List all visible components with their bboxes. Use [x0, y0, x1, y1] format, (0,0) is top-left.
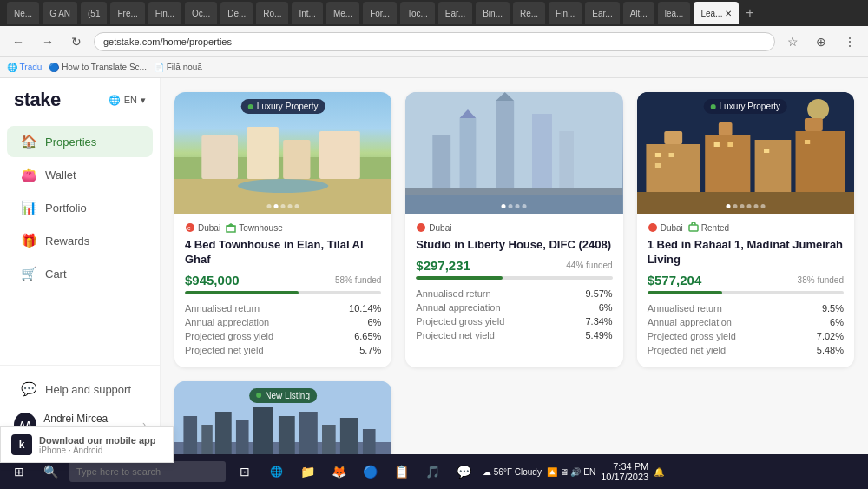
dubai-icon-2: [416, 222, 426, 233]
badge-dot: [248, 104, 253, 109]
metric-row: Projected net yield 5.48%: [648, 345, 844, 355]
svg-point-23: [807, 99, 829, 120]
property-info-1: c Dubai Townhouse 4 Bed Townhouse in Ela…: [174, 214, 391, 367]
sidebar-item-properties[interactable]: 🏠 Properties: [7, 126, 153, 157]
tab-fre[interactable]: Fre...: [110, 2, 144, 24]
property-tags-3: Dubai Rented: [648, 222, 844, 233]
dot: [746, 204, 751, 208]
progress-fill-3: [648, 291, 722, 294]
tab-bin[interactable]: Bin...: [476, 2, 510, 24]
progress-fill-2: [416, 276, 503, 280]
svg-rect-12: [496, 101, 515, 188]
tab-alt[interactable]: Alt...: [623, 2, 654, 24]
taskview-button[interactable]: ⊡: [233, 459, 257, 484]
app-download-notification[interactable]: k Download our mobile app iPhone · Andro…: [0, 426, 174, 463]
metric-row: Projected gross yield 6.65%: [185, 331, 381, 341]
taskbar-app-1[interactable]: 🦊: [326, 459, 351, 484]
svg-rect-2: [201, 135, 238, 179]
svg-rect-27: [719, 122, 733, 135]
dot-active: [274, 204, 279, 208]
tab-lea[interactable]: lea...: [658, 2, 691, 24]
reload-button[interactable]: ↻: [66, 31, 87, 52]
svg-rect-34: [655, 163, 661, 168]
nav-bar: ← → ↻ ☆ ⊕ ⋮: [0, 26, 868, 57]
app-container: stake 🌐 EN ▾ 🏠 Properties 👛 Wallet 📊 Por…: [0, 78, 868, 454]
sidebar-item-portfolio[interactable]: 📊 Portfolio: [7, 192, 153, 223]
tab-de[interactable]: De...: [220, 2, 253, 24]
bookmark-button[interactable]: ☆: [782, 31, 804, 52]
forward-button[interactable]: →: [36, 31, 59, 52]
tab-ear[interactable]: Ear...: [438, 2, 472, 24]
taskbar-app-3[interactable]: 📋: [389, 459, 413, 484]
dot: [753, 204, 758, 208]
property-card-1[interactable]: Luxury Property c Dubai: [174, 92, 391, 367]
tab-me[interactable]: Me...: [326, 2, 359, 24]
sidebar-item-rewards[interactable]: 🎁 Rewards: [7, 225, 153, 256]
tab-int[interactable]: Int...: [292, 2, 322, 24]
url-input[interactable]: [94, 32, 775, 51]
property-title-3: 1 Bed in Rahaal 1, Madinat Jumeirah Livi…: [648, 238, 844, 268]
dot: [523, 204, 527, 208]
tab-oc[interactable]: Oc...: [185, 2, 217, 24]
rewards-icon: 🎁: [21, 233, 36, 248]
progress-bar-2: [416, 276, 612, 280]
svg-rect-9: [227, 226, 235, 232]
tab-toc[interactable]: Toc...: [400, 2, 435, 24]
metric-row: Projected net yield 5.7%: [185, 345, 381, 355]
property-image-1: Luxury Property: [174, 92, 391, 214]
sidebar-item-rewards-label: Rewards: [45, 235, 89, 248]
tab-ear2[interactable]: Ear...: [585, 2, 619, 24]
dot: [295, 204, 299, 208]
svg-rect-25: [664, 131, 682, 144]
tab-active[interactable]: Lea... ✕: [694, 2, 739, 24]
svg-rect-16: [532, 114, 552, 188]
taskbar-app-2[interactable]: 🔵: [358, 459, 382, 484]
price-row-3: $577,204 38% funded: [648, 273, 844, 287]
svg-rect-37: [764, 149, 769, 153]
tab-fin2[interactable]: Fin...: [549, 2, 582, 24]
menu-button[interactable]: ⋮: [838, 31, 861, 52]
bookmark-fila[interactable]: 📄 Filă nouă: [154, 63, 202, 72]
start-button[interactable]: ⊞: [7, 459, 31, 484]
sidebar-item-cart[interactable]: 🛒 Cart: [7, 258, 153, 289]
svg-rect-14: [460, 118, 477, 188]
notification-bell[interactable]: 🔔: [654, 467, 664, 477]
new-tab-button[interactable]: +: [746, 5, 753, 21]
townhouse-icon: [226, 222, 236, 233]
image-dots-1: [267, 204, 299, 208]
funded-label-3: 38% funded: [798, 275, 844, 285]
property-title-1: 4 Bed Townhouse in Elan, Tilal Al Ghaf: [185, 238, 381, 268]
tab-ro[interactable]: Ro...: [256, 2, 288, 24]
bookmark-tradu[interactable]: 🌐 Tradu: [7, 63, 42, 72]
taskbar-app-5[interactable]: 💬: [451, 459, 476, 484]
extensions-button[interactable]: ⊕: [811, 31, 832, 52]
property-price-2: $297,231: [416, 258, 470, 273]
browser-taskbar-icon[interactable]: 🌐: [264, 459, 288, 484]
file-explorer-taskbar[interactable]: 📁: [295, 459, 319, 484]
metrics-1: Annualised return 10.14% Annual apprecia…: [185, 303, 381, 355]
sidebar-item-wallet[interactable]: 👛 Wallet: [7, 159, 153, 190]
tab-for[interactable]: For...: [363, 2, 397, 24]
tab-gan[interactable]: G AN: [43, 2, 77, 24]
svg-rect-43: [183, 416, 197, 454]
image-dots-2: [502, 204, 527, 208]
taskbar-app-4[interactable]: 🎵: [420, 459, 444, 484]
property-card-new[interactable]: New Listing: [174, 381, 391, 454]
lang-selector[interactable]: 🌐 EN ▾: [108, 95, 146, 106]
tab-51[interactable]: (51: [81, 2, 107, 24]
tab-bar: Ne... G AN (51 Fre... Fin... Oc... De...…: [0, 0, 868, 26]
svg-rect-45: [215, 412, 232, 454]
tab-re[interactable]: Re...: [513, 2, 545, 24]
tag-rented: Rented: [688, 222, 729, 233]
metric-row: Annualised return 9.5%: [648, 303, 844, 314]
tag-dubai-1: c Dubai: [185, 222, 220, 233]
back-button[interactable]: ←: [7, 31, 30, 52]
tab-fin[interactable]: Fin...: [148, 2, 181, 24]
bookmark-translate[interactable]: 🔵 How to Translate Sc...: [49, 63, 147, 72]
property-card-2[interactable]: Dubai Studio in Liberty House, DIFC (240…: [405, 92, 622, 367]
sidebar-item-help[interactable]: 💬 Help and support: [7, 373, 153, 405]
dot-active: [726, 204, 730, 208]
tab-ne[interactable]: Ne...: [7, 2, 39, 24]
property-card-3[interactable]: Luxury Property Du: [637, 92, 854, 367]
taskbar-search-input[interactable]: [69, 461, 226, 482]
